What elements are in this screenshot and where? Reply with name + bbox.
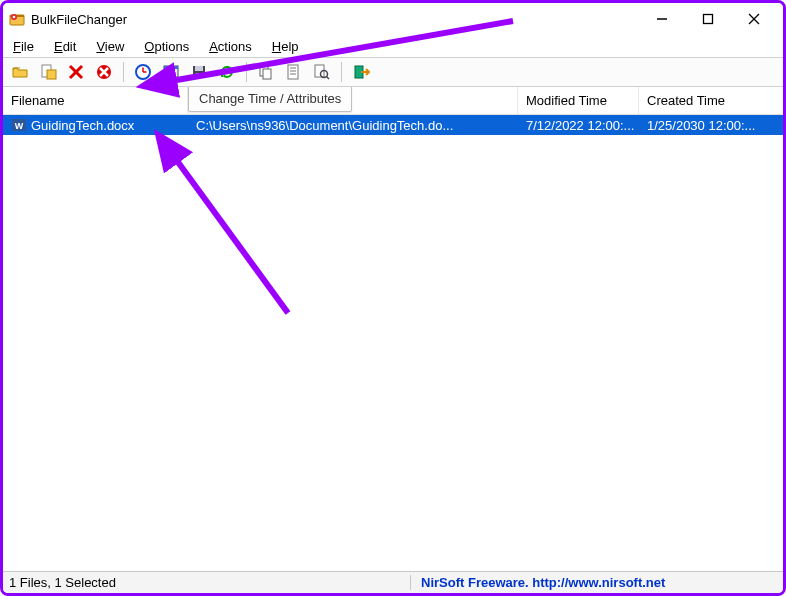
statusbar: 1 Files, 1 Selected NirSoft Freeware. ht… [3, 571, 783, 593]
header-created-time[interactable]: Created Time [639, 87, 783, 114]
toolbar-separator [123, 62, 124, 82]
cell-created: 1/25/2030 12:00:... [639, 118, 783, 133]
remove-red-x-icon[interactable] [65, 61, 87, 83]
menu-view[interactable]: View [86, 37, 134, 56]
svg-rect-5 [704, 15, 713, 24]
maximize-button[interactable] [685, 5, 731, 33]
save-icon[interactable] [188, 61, 210, 83]
header-filename[interactable]: Filename [3, 87, 188, 114]
find-icon[interactable] [311, 61, 333, 83]
app-window: BulkFileChanger File Edit View Options A… [3, 3, 783, 593]
header-modified-time[interactable]: Modified Time [518, 87, 639, 114]
menu-options[interactable]: Options [134, 37, 199, 56]
menu-edit[interactable]: Edit [44, 37, 86, 56]
folder-open-icon[interactable] [9, 61, 31, 83]
svg-rect-9 [47, 70, 56, 79]
toolbar-separator [341, 62, 342, 82]
status-nirsoft-link[interactable]: NirSoft Freeware. http://www.nirsoft.net [411, 575, 783, 590]
status-file-count: 1 Files, 1 Selected [3, 575, 411, 590]
menu-file[interactable]: File [9, 37, 44, 56]
filename-text: GuidingTech.docx [31, 118, 134, 133]
close-button[interactable] [731, 5, 777, 33]
properties-icon[interactable] [283, 61, 305, 83]
svg-text:W: W [15, 121, 24, 131]
cell-modified: 7/12/2022 12:00:... [518, 118, 639, 133]
svg-rect-25 [288, 65, 298, 79]
svg-rect-21 [195, 66, 203, 71]
window-title: BulkFileChanger [31, 12, 127, 27]
cell-fullpath: C:\Users\ns936\Document\GuidingTech.do..… [188, 118, 518, 133]
column-headers: Filename Change Time / Attributes Modifi… [3, 87, 783, 115]
explorer-icon[interactable] [160, 61, 182, 83]
exit-icon[interactable] [350, 61, 372, 83]
cell-filename: W GuidingTech.docx [3, 117, 188, 133]
file-list[interactable]: W GuidingTech.docx C:\Users\ns936\Docume… [3, 115, 783, 571]
svg-line-31 [327, 77, 330, 80]
clock-icon[interactable] [132, 61, 154, 83]
svg-point-3 [13, 16, 16, 19]
table-row[interactable]: W GuidingTech.docx C:\Users\ns936\Docume… [3, 115, 783, 135]
remove-all-red-circle-icon[interactable] [93, 61, 115, 83]
svg-rect-19 [164, 66, 178, 69]
menu-actions[interactable]: Actions [199, 37, 262, 56]
window-controls [639, 5, 777, 33]
copy-icon[interactable] [255, 61, 277, 83]
refresh-icon[interactable] [216, 61, 238, 83]
svg-rect-24 [263, 69, 271, 79]
app-icon [9, 11, 25, 27]
titlebar: BulkFileChanger [3, 3, 783, 35]
add-file-icon[interactable] [37, 61, 59, 83]
svg-rect-22 [196, 73, 202, 78]
menu-help[interactable]: Help [262, 37, 309, 56]
toolbar [3, 57, 783, 87]
toolbar-separator [246, 62, 247, 82]
header-fullpath[interactable]: Change Time / Attributes [188, 87, 518, 114]
tooltip-change-time: Change Time / Attributes [188, 87, 352, 112]
minimize-button[interactable] [639, 5, 685, 33]
docx-file-icon: W [11, 117, 27, 133]
menubar: File Edit View Options Actions Help [3, 35, 783, 57]
